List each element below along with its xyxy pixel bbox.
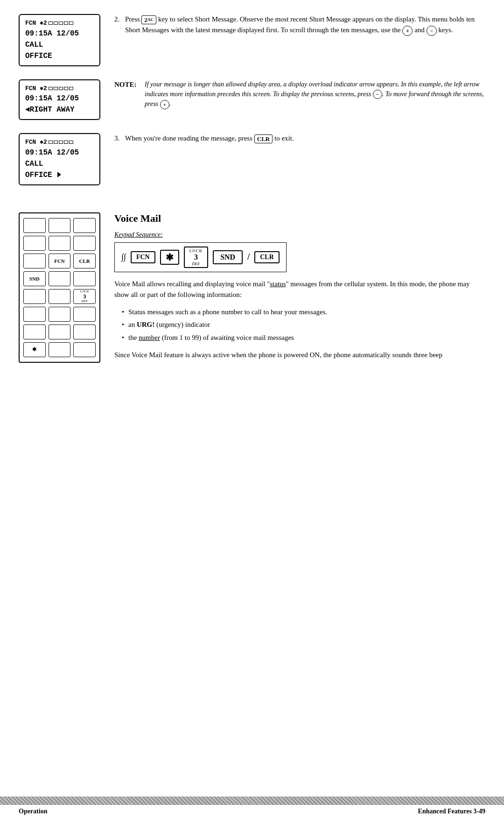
note-text: If your message is longer than allowed d… — [145, 79, 485, 110]
arrow-right-icon — [57, 172, 61, 177]
display-1: FCN ✱2 09:15A 12/05 CALL OFFICE — [19, 14, 100, 66]
seq-key-clr: CLR — [254, 251, 280, 263]
step2-text: 2. Press 2 AC key to select Short Messag… — [114, 14, 485, 36]
note-section: FCN ✱2 09:15A 12/05 ◄RIGHT AWAY NOTE: If… — [19, 79, 485, 120]
step2-number: 2. — [114, 14, 123, 36]
display2-line2: 09:15A 12/05 — [25, 93, 94, 104]
page-content: FCN ✱2 09:15A 12/05 CALL OFFICE 2. Press — [19, 14, 485, 367]
seq-key-star: ✱ — [160, 250, 179, 265]
key-plus: + — [402, 26, 413, 36]
kp-key-r5c2 — [49, 289, 71, 304]
key-clr-step3: CLR — [254, 134, 273, 144]
kp-key-3def: LOCK 3 DEF — [73, 289, 96, 304]
display2-line1: FCN ✱2 — [25, 84, 94, 93]
bullet-2: an URG! (urgency) indicator — [122, 319, 485, 330]
display2-line3: ◄RIGHT AWAY — [25, 104, 94, 115]
display3-line2: 09:15A 12/05 — [25, 147, 94, 158]
kp-key-r3c1 — [23, 254, 46, 268]
seq-key-snd: SND — [213, 250, 243, 264]
kp-key-r2c1 — [23, 236, 46, 251]
bullet-1: Status messages such as a phone number t… — [122, 307, 485, 317]
keypad-diagram: FCN CLR SND LOCK 3 DEF — [19, 212, 100, 367]
kp-key-r6c3 — [73, 307, 96, 322]
kp-key-r5c1 — [23, 289, 46, 304]
key-minus: − — [427, 26, 437, 36]
key-minus-note: − — [373, 90, 382, 99]
spacer — [19, 198, 485, 208]
seq-key-fcn: FCN — [131, 251, 155, 263]
section-step2: FCN ✱2 09:15A 12/05 CALL OFFICE 2. Press — [19, 14, 485, 66]
voice-mail-title: Voice Mail — [114, 212, 485, 225]
display1-line2: 09:15A 12/05 — [25, 28, 94, 39]
display-3: FCN ✱2 09:15A 12/05 CALL OFFICE — [19, 133, 100, 185]
kp-key-clr: CLR — [73, 254, 96, 268]
footer-text: Operation Enhanced Features 3-49 — [0, 805, 504, 818]
kp-key-r4c3 — [73, 271, 96, 286]
display2-squares — [49, 87, 73, 90]
key-plus-note: + — [160, 100, 169, 109]
display3-line1: FCN ✱2 — [25, 138, 94, 147]
seq-separator: / — [247, 252, 250, 262]
kp-key-r7c2 — [49, 324, 71, 339]
keypad-sequence-label: Keypad Sequence: — [114, 231, 485, 239]
kp-key-star: ✱ — [23, 342, 46, 357]
key-2ac: 2 AC — [141, 15, 156, 25]
step3-number: 3. — [114, 133, 123, 144]
kp-key-r6c2 — [49, 307, 71, 322]
note-block: NOTE: If your message is longer than all… — [114, 79, 485, 110]
kp-key-r1c1 — [23, 218, 46, 233]
footer-left: Operation — [19, 808, 47, 815]
display1-line4: OFFICE — [25, 50, 94, 62]
kp-key-r8c2 — [49, 342, 71, 357]
voice-mail-section: FCN CLR SND LOCK 3 DEF — [19, 212, 485, 367]
kp-key-r2c3 — [73, 236, 96, 251]
step3-text: 3. When you're done reading the message,… — [114, 133, 485, 144]
footer-right: Enhanced Features 3-49 — [418, 808, 485, 815]
kp-key-r1c3 — [73, 218, 96, 233]
kp-key-r1c2 — [49, 218, 71, 233]
display-2: FCN ✱2 09:15A 12/05 ◄RIGHT AWAY — [19, 79, 100, 120]
footer-pattern — [0, 797, 504, 805]
section-step3: FCN ✱2 09:15A 12/05 CALL OFFICE 3. — [19, 133, 485, 185]
kp-key-r8c3 — [73, 342, 96, 357]
display3-line3: CALL — [25, 158, 94, 169]
status-underlined: status — [270, 280, 286, 288]
phone-icon: ∫∫ — [121, 252, 126, 262]
voice-bullets: Status messages such as a phone number t… — [114, 307, 485, 343]
display1-squares — [49, 21, 73, 25]
kp-key-r6c1 — [23, 307, 46, 322]
keypad-grid: FCN CLR SND LOCK 3 DEF — [19, 212, 100, 363]
step3-body: When you're done reading the message, pr… — [125, 133, 294, 144]
keypad-sequence-box: ∫∫ FCN ✱ LOCK 3 DEF SND / CLR — [114, 242, 287, 272]
kp-key-fcn: FCN — [49, 254, 71, 268]
kp-key-r2c2 — [49, 236, 71, 251]
kp-key-snd: SND — [23, 271, 46, 286]
kp-key-r7c3 — [73, 324, 96, 339]
note-label: NOTE: — [114, 79, 140, 110]
voice-body2: Since Voice Mail feature is always activ… — [114, 350, 485, 360]
step2-body: Press 2 AC key to select Short Message. … — [125, 14, 485, 36]
kp-key-r4c2 — [49, 271, 71, 286]
voice-body1: Voice Mail allows recalling and displayi… — [114, 279, 485, 301]
seq-key-3def: LOCK 3 DEF — [184, 247, 209, 268]
bullet-3: the number (from 1 to 99) of awaiting vo… — [122, 332, 485, 343]
display3-squares — [49, 141, 73, 144]
display3-line4: OFFICE — [25, 169, 94, 181]
kp-key-r7c1 — [23, 324, 46, 339]
display1-line3: CALL — [25, 39, 94, 50]
voice-mail-content: Voice Mail Keypad Sequence: ∫∫ FCN ✱ LOC… — [114, 212, 485, 367]
footer: Operation Enhanced Features 3-49 — [0, 797, 504, 818]
display1-line1: FCN ✱2 — [25, 19, 94, 28]
